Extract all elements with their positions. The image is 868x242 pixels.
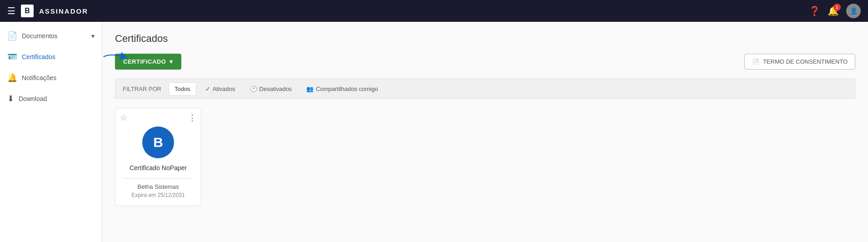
- notification-icon[interactable]: 🔔 1: [828, 5, 839, 16]
- termo-button[interactable]: 📄 TERMO DE CONSENTIMENTO: [744, 54, 855, 70]
- hamburger-icon[interactable]: ☰: [7, 5, 15, 16]
- filter-tab-ativados[interactable]: ✓ Ativados: [200, 83, 241, 95]
- topbar-right: ❓ 🔔 1 👤: [809, 4, 861, 18]
- cert-expiry: Expira em 25/12/2031: [131, 192, 185, 198]
- brand-logo: B: [21, 5, 34, 17]
- filter-tab-todos[interactable]: Todos: [169, 82, 196, 96]
- documentos-icon: 📄: [7, 31, 17, 41]
- filter-tab-compartilhados-label: Compartilhados comigo: [316, 86, 378, 92]
- help-icon[interactable]: ❓: [809, 5, 820, 16]
- card-top-actions: ☆ ⋮: [120, 113, 196, 123]
- sidebar-item-label-download: Download: [19, 95, 47, 102]
- brand-name: ASSINADOR: [39, 7, 88, 15]
- content-area: Certificados CERTIFICADO ▾ 📄 TERMO DE CO…: [102, 22, 868, 242]
- sidebar: 📄 Documentos ▾ 🪪 Certificados 🔔 Notifica…: [0, 22, 102, 242]
- cert-logo: B: [142, 126, 174, 158]
- filter-label: FILTRAR POR: [123, 86, 161, 92]
- main-layout: 📄 Documentos ▾ 🪪 Certificados 🔔 Notifica…: [0, 22, 868, 242]
- cert-company: Betha Sistemas: [137, 183, 179, 190]
- termo-button-label: TERMO DE CONSENTIMENTO: [763, 58, 848, 65]
- toolbar: CERTIFICADO ▾ 📄 TERMO DE CONSENTIMENTO: [115, 54, 855, 70]
- filter-tab-ativados-label: Ativados: [213, 86, 235, 92]
- arrow-indicator: [103, 50, 130, 64]
- sidebar-item-label-certificados: Certificados: [22, 53, 55, 60]
- sidebar-item-label-notificacoes: Notificações: [22, 74, 56, 81]
- notification-badge: 1: [833, 4, 841, 11]
- cert-logo-letter: B: [153, 135, 163, 150]
- star-icon[interactable]: ☆: [120, 113, 127, 123]
- certificado-chevron-icon: ▾: [170, 58, 173, 65]
- check-icon: ✓: [205, 86, 210, 92]
- certificados-icon: 🪪: [7, 52, 17, 62]
- cert-divider: [123, 178, 194, 179]
- filter-tab-compartilhados[interactable]: 👥 Compartilhados comigo: [301, 83, 384, 95]
- filter-tab-desativados-label: Desativados: [259, 86, 292, 92]
- clock-icon: 🕐: [250, 86, 257, 92]
- sidebar-item-notificacoes[interactable]: 🔔 Notificações: [0, 67, 102, 88]
- download-icon: ⬇: [7, 94, 14, 104]
- avatar[interactable]: 👤: [846, 4, 861, 18]
- filter-tab-desativados[interactable]: 🕐 Desativados: [244, 83, 298, 95]
- filter-tab-todos-label: Todos: [175, 86, 190, 92]
- topbar: ☰ B ASSINADOR ❓ 🔔 1 👤: [0, 0, 868, 22]
- more-options-icon[interactable]: ⋮: [188, 113, 196, 123]
- topbar-left: ☰ B ASSINADOR: [7, 5, 88, 17]
- notificacoes-icon: 🔔: [7, 73, 17, 83]
- cert-card-0[interactable]: ☆ ⋮ B Certificado NoPaper Betha Sistemas…: [115, 108, 201, 206]
- sidebar-item-documentos[interactable]: 📄 Documentos ▾: [0, 25, 102, 46]
- documento-icon: 📄: [752, 58, 759, 65]
- sidebar-item-certificados[interactable]: 🪪 Certificados: [0, 46, 102, 67]
- cert-name: Certificado NoPaper: [130, 164, 187, 173]
- page-title: Certificados: [115, 33, 855, 45]
- share-icon: 👥: [306, 86, 314, 92]
- filter-bar: FILTRAR POR Todos ✓ Ativados 🕐 Desativad…: [115, 79, 855, 99]
- chevron-down-icon: ▾: [91, 32, 95, 40]
- cards-grid: ☆ ⋮ B Certificado NoPaper Betha Sistemas…: [115, 108, 855, 206]
- sidebar-item-download[interactable]: ⬇ Download: [0, 88, 102, 109]
- sidebar-item-label-documentos: Documentos: [22, 32, 58, 40]
